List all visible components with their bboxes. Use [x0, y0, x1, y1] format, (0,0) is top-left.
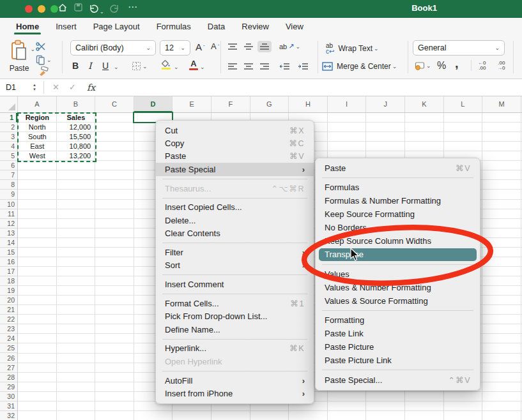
row-header-6[interactable]: 6 [0, 161, 17, 170]
row-header-26[interactable]: 26 [0, 354, 17, 363]
column-header-L[interactable]: L [444, 96, 483, 112]
column-header-B[interactable]: B [57, 96, 96, 112]
redo-icon[interactable] [110, 3, 120, 16]
row-header-28[interactable]: 28 [0, 373, 17, 382]
row-header-7[interactable]: 7 [0, 170, 17, 180]
row-header-13[interactable]: 13 [0, 229, 17, 238]
context-menu-item-clear-contents[interactable]: Clear Contents [156, 227, 314, 239]
decrease-indent-button[interactable] [279, 63, 290, 70]
context-menu-item-insert-comment[interactable]: Insert Comment [156, 278, 314, 290]
font-size-select[interactable]: 12⌄ [160, 40, 190, 56]
borders-button[interactable]: ⌄ [132, 61, 148, 71]
column-header-C[interactable]: C [95, 96, 134, 112]
row-header-17[interactable]: 17 [0, 267, 17, 276]
column-header-D[interactable]: D [134, 96, 173, 112]
fill-color-dropdown-chevron-icon[interactable]: ⌄ [174, 64, 179, 70]
context-menu-item-hyperlink[interactable]: Hyperlink...⌘K [156, 342, 314, 355]
row-header-23[interactable]: 23 [0, 324, 17, 334]
align-left-button[interactable] [227, 63, 238, 70]
tab-review[interactable]: Review [233, 18, 277, 36]
row-header-3[interactable]: 3 [0, 132, 17, 142]
increase-indent-button[interactable] [298, 63, 309, 70]
paste-dropdown-chevron-icon[interactable]: ⌄ [30, 46, 35, 52]
row-header-1[interactable]: 1 [0, 113, 17, 123]
orientation-button[interactable]: ab↗ ⌄ [279, 42, 300, 50]
align-center-button[interactable] [243, 63, 254, 70]
comma-style-button[interactable]: , [455, 56, 459, 71]
borders-dropdown-chevron-icon[interactable]: ⌄ [142, 63, 148, 70]
align-middle-button[interactable] [243, 43, 254, 50]
context-menu-item-define-name[interactable]: Define Name... [156, 323, 314, 336]
column-header-I[interactable]: I [328, 96, 367, 112]
orientation-dropdown-chevron-icon[interactable]: ⌄ [295, 43, 300, 50]
align-bottom-button[interactable] [257, 41, 272, 52]
paste-special-item-paste-picture[interactable]: Paste Picture [316, 340, 480, 354]
row-header-2[interactable]: 2 [0, 123, 17, 132]
formula-input[interactable] [102, 79, 522, 96]
minimize-window-button[interactable] [38, 5, 45, 13]
font-color-dropdown-chevron-icon[interactable]: ⌄ [200, 64, 205, 70]
fill-color-button[interactable] [161, 60, 171, 70]
row-header-22[interactable]: 22 [0, 315, 17, 324]
row-header-29[interactable]: 29 [0, 382, 17, 392]
cut-button[interactable] [36, 42, 46, 52]
paste-special-item-transpose[interactable]: Transpose [316, 248, 480, 261]
paste-special-item-paste-link[interactable]: Paste Link [316, 327, 480, 340]
select-all-corner[interactable] [0, 96, 18, 112]
row-header-12[interactable]: 12 [0, 219, 17, 229]
undo-dropdown-chevron-icon[interactable]: ⌄ [100, 6, 104, 19]
row-header-19[interactable]: 19 [0, 286, 17, 296]
paste-special-item-formatting[interactable]: Formatting [316, 313, 480, 327]
paste-special-item-keep-source-formatting[interactable]: Keep Source Formatting [316, 207, 480, 221]
decrease-font-size-button[interactable]: Aˇ [211, 41, 219, 51]
column-header-H[interactable]: H [289, 96, 328, 112]
tab-view[interactable]: View [277, 18, 312, 36]
font-color-button[interactable]: A [189, 59, 198, 70]
row-header-5[interactable]: 5 [0, 151, 17, 161]
row-header-4[interactable]: 4 [0, 142, 17, 151]
paste-special-item-values-number-formatting[interactable]: Values & Number Formatting [316, 281, 480, 294]
context-menu-item-sort[interactable]: Sort› [156, 259, 314, 272]
row-header-30[interactable]: 30 [0, 392, 17, 401]
font-name-select[interactable]: Calibri (Body)⌄ [70, 40, 156, 56]
row-header-25[interactable]: 25 [0, 343, 17, 353]
underline-button[interactable]: U [102, 61, 109, 71]
context-menu-item-format-cells[interactable]: Format Cells...⌘1 [156, 297, 314, 310]
column-header-F[interactable]: F [211, 96, 250, 112]
paste-special-item-paste[interactable]: Paste⌘V [316, 161, 480, 175]
row-header-11[interactable]: 11 [0, 209, 17, 219]
context-menu-item-delete[interactable]: Delete... [156, 214, 314, 227]
column-header-G[interactable]: G [250, 96, 289, 112]
merge-center-button[interactable]: Merge & Center ⌄ [322, 62, 397, 71]
context-menu-item-insert-from-iphone[interactable]: Insert from iPhone› [156, 387, 314, 400]
align-top-button[interactable] [227, 43, 238, 50]
tab-home[interactable]: Home [8, 18, 47, 36]
row-header-31[interactable]: 31 [0, 401, 17, 411]
name-box-stepper[interactable]: ▲▼ [31, 82, 38, 93]
row-header-16[interactable]: 16 [0, 257, 17, 267]
context-menu-item-thesaurus[interactable]: Thesaurus...⌃⌥⌘R [156, 182, 314, 195]
bold-button[interactable]: B [72, 61, 79, 71]
tab-insert[interactable]: Insert [47, 18, 85, 36]
merge-center-dropdown-chevron-icon[interactable]: ⌄ [392, 63, 397, 70]
cancel-icon[interactable]: ✕ [52, 79, 59, 96]
row-header-18[interactable]: 18 [0, 276, 17, 286]
paste-special-item-paste-picture-link[interactable]: Paste Picture Link [316, 354, 480, 367]
wrap-text-button[interactable]: abc↩ Wrap Text ⌄ [326, 43, 379, 54]
context-menu-item-paste[interactable]: Paste⌘V [156, 150, 314, 163]
insert-function-icon[interactable]: fx [87, 79, 95, 96]
column-header-M[interactable]: M [482, 96, 521, 112]
paste-special-item-values[interactable]: Values [316, 267, 480, 281]
increase-decimal-button[interactable]: ←0.00 [478, 61, 486, 71]
row-header-14[interactable]: 14 [0, 238, 17, 248]
column-header-E[interactable]: E [173, 96, 211, 112]
home-icon[interactable] [58, 3, 68, 16]
row-header-8[interactable]: 8 [0, 180, 17, 190]
accounting-dropdown-chevron-icon[interactable]: ⌄ [426, 63, 431, 69]
tab-page-layout[interactable]: Page Layout [85, 18, 148, 36]
context-menu-item-autofill[interactable]: AutoFill› [156, 374, 314, 387]
paste-special-item-paste-special[interactable]: Paste Special...⌃⌘V [316, 373, 480, 387]
accounting-format-button[interactable]: ⌄ [414, 61, 431, 70]
enter-icon[interactable]: ✓ [69, 79, 76, 96]
row-header-9[interactable]: 9 [0, 190, 17, 199]
